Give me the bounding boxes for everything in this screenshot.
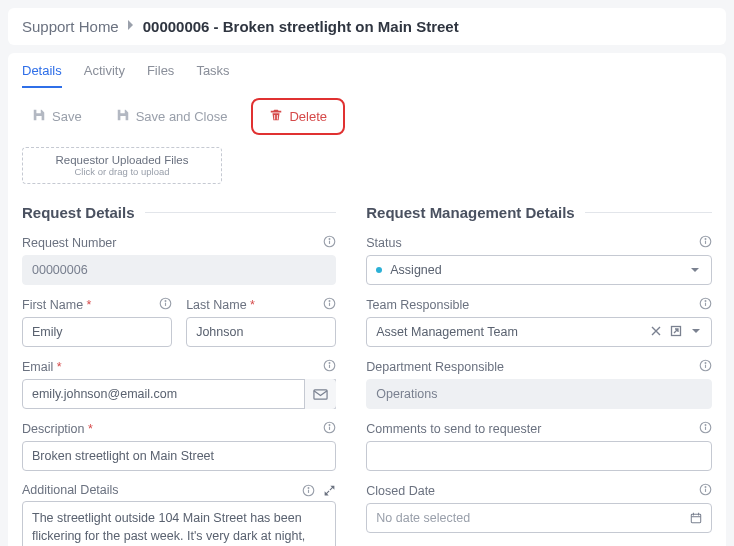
tabs: Details Activity Files Tasks — [8, 53, 726, 88]
field-closed-date: Closed Date No date selected — [366, 483, 712, 533]
info-icon[interactable] — [699, 483, 712, 499]
section-title-right: Request Management Details — [366, 204, 574, 221]
status-dot-icon — [376, 267, 382, 273]
save-close-label: Save and Close — [136, 109, 228, 124]
upload-title: Requestor Uploaded Files — [33, 154, 211, 166]
breadcrumb-home[interactable]: Support Home — [22, 18, 119, 35]
field-email: Email * — [22, 359, 336, 409]
clear-icon[interactable] — [650, 325, 662, 340]
last-name-input[interactable] — [186, 317, 336, 347]
field-request-number: Request Number 00000006 — [22, 235, 336, 285]
svg-point-31 — [705, 425, 706, 426]
description-label: Description * — [22, 422, 93, 436]
field-last-name: Last Name * — [186, 297, 336, 347]
upload-sub: Click or drag to upload — [33, 166, 211, 177]
request-number-label: Request Number — [22, 236, 117, 250]
svg-point-15 — [329, 425, 330, 426]
trash-icon — [269, 108, 283, 125]
envelope-icon[interactable] — [304, 379, 336, 409]
field-team-responsible: Team Responsible — [366, 297, 712, 347]
toolbar: Save Save and Close Delete — [8, 88, 726, 141]
status-select[interactable]: Assigned — [366, 255, 712, 285]
svg-point-18 — [308, 487, 309, 488]
save-close-icon — [116, 108, 130, 125]
calendar-icon[interactable] — [680, 503, 712, 533]
status-value: Assigned — [390, 263, 441, 277]
additional-details-input[interactable] — [22, 501, 336, 546]
svg-point-2 — [329, 239, 330, 240]
section-header-left: Request Details — [22, 204, 336, 221]
expand-icon[interactable] — [323, 484, 336, 497]
info-icon[interactable] — [699, 235, 712, 251]
open-record-icon[interactable] — [670, 325, 682, 340]
info-icon[interactable] — [323, 359, 336, 375]
info-icon[interactable] — [699, 359, 712, 375]
first-name-label: First Name * — [22, 298, 91, 312]
info-icon[interactable] — [323, 235, 336, 251]
svg-point-24 — [705, 301, 706, 302]
tab-files[interactable]: Files — [147, 63, 174, 88]
field-department-responsible: Department Responsible Operations — [366, 359, 712, 409]
email-input[interactable] — [22, 379, 336, 409]
chevron-down-icon[interactable] — [690, 325, 702, 340]
dept-value: Operations — [366, 379, 712, 409]
svg-point-34 — [705, 487, 706, 488]
description-input[interactable] — [22, 441, 336, 471]
tab-tasks[interactable]: Tasks — [196, 63, 229, 88]
tab-activity[interactable]: Activity — [84, 63, 125, 88]
upload-dropzone[interactable]: Requestor Uploaded Files Click or drag t… — [22, 147, 222, 184]
svg-rect-35 — [691, 514, 700, 523]
last-name-label: Last Name * — [186, 298, 255, 312]
status-label: Status — [366, 236, 401, 250]
svg-point-21 — [705, 239, 706, 240]
field-first-name: First Name * — [22, 297, 172, 347]
closed-date-input[interactable]: No date selected — [366, 503, 712, 533]
field-description: Description * — [22, 421, 336, 471]
chevron-right-icon — [127, 19, 135, 34]
info-icon[interactable] — [159, 297, 172, 313]
svg-rect-12 — [314, 389, 327, 398]
email-label: Email * — [22, 360, 62, 374]
team-label: Team Responsible — [366, 298, 469, 312]
svg-point-8 — [329, 301, 330, 302]
breadcrumb-title: 00000006 - Broken streetlight on Main St… — [143, 18, 459, 35]
save-icon — [32, 108, 46, 125]
svg-point-11 — [329, 363, 330, 364]
info-icon[interactable] — [302, 484, 315, 497]
tab-details[interactable]: Details — [22, 63, 62, 88]
breadcrumb: Support Home 00000006 - Broken streetlig… — [8, 8, 726, 45]
info-icon[interactable] — [323, 297, 336, 313]
section-title-left: Request Details — [22, 204, 135, 221]
section-header-right: Request Management Details — [366, 204, 712, 221]
field-status: Status Assigned — [366, 235, 712, 285]
save-label: Save — [52, 109, 82, 124]
first-name-input[interactable] — [22, 317, 172, 347]
field-comments: Comments to send to requester — [366, 421, 712, 471]
closed-date-label: Closed Date — [366, 484, 435, 498]
field-additional-details: Additional Details — [22, 483, 336, 546]
info-icon[interactable] — [699, 297, 712, 313]
info-icon[interactable] — [323, 421, 336, 437]
chevron-down-icon — [679, 256, 711, 284]
svg-point-28 — [705, 363, 706, 364]
comments-input[interactable] — [366, 441, 712, 471]
delete-button[interactable]: Delete — [251, 98, 345, 135]
dept-label: Department Responsible — [366, 360, 504, 374]
delete-label: Delete — [289, 109, 327, 124]
svg-point-5 — [165, 301, 166, 302]
additional-details-label: Additional Details — [22, 483, 119, 497]
save-close-button[interactable]: Save and Close — [106, 102, 238, 131]
comments-label: Comments to send to requester — [366, 422, 541, 436]
info-icon[interactable] — [699, 421, 712, 437]
save-button[interactable]: Save — [22, 102, 92, 131]
request-number-value: 00000006 — [22, 255, 336, 285]
